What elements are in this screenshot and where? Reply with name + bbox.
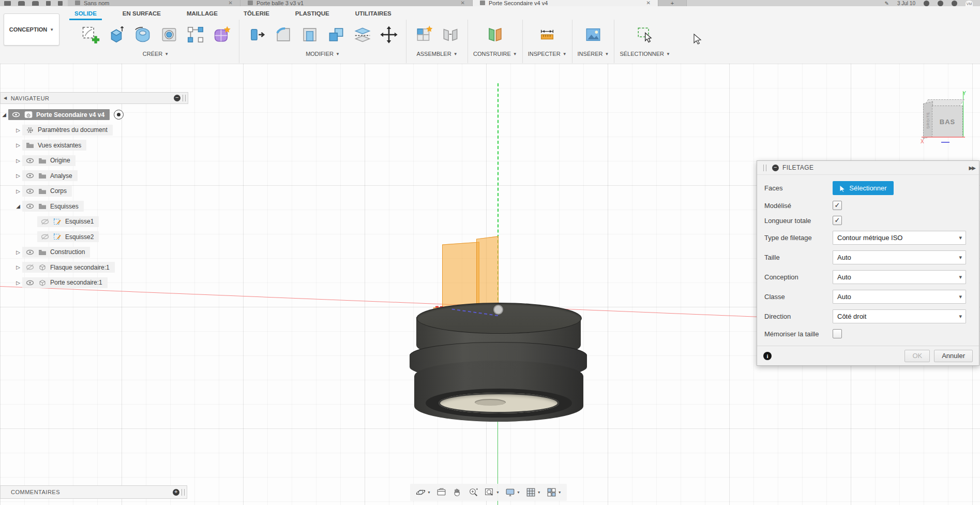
tree-item-vues[interactable]: ▷ Vues existantes	[0, 138, 191, 153]
select-button[interactable]	[633, 21, 657, 48]
tree-item-parametres[interactable]: ▷ Paramètres du document	[0, 123, 191, 138]
type-filetage-dropdown[interactable]: Contour métrique ISO	[833, 231, 966, 245]
expand-arrow-icon[interactable]: ▷	[14, 249, 22, 255]
split-body-button[interactable]	[350, 21, 374, 48]
taille-dropdown[interactable]: Auto	[833, 250, 966, 264]
expand-arrow-icon[interactable]: ▷	[14, 173, 22, 179]
user-avatar[interactable]: VM	[966, 1, 973, 6]
fillet-button[interactable]	[271, 21, 295, 48]
eye-icon[interactable]	[25, 202, 34, 210]
classe-dropdown[interactable]: Auto	[833, 290, 966, 304]
navigator-grip[interactable]	[183, 95, 186, 101]
viewcube-front-face[interactable]: BAS	[932, 106, 963, 138]
combine-button[interactable]	[324, 21, 348, 48]
group-label-assembler[interactable]: ASSEMBLER▼	[416, 51, 457, 57]
close-tab-icon[interactable]: ✕	[646, 0, 651, 6]
tree-item-esquisses[interactable]: ◢ Esquisses	[0, 199, 191, 214]
expand-arrow-icon[interactable]: ▷	[14, 264, 22, 270]
revolve-button[interactable]	[130, 21, 155, 48]
tab-solide[interactable]: SOLIDE	[72, 9, 99, 19]
joint-button[interactable]	[438, 21, 462, 48]
hole-button[interactable]	[157, 21, 181, 48]
help-icon[interactable]	[952, 1, 957, 6]
save-icon[interactable]	[32, 1, 39, 6]
longueur-totale-checkbox[interactable]	[833, 216, 842, 225]
eye-hidden-icon[interactable]	[40, 233, 49, 241]
dialog-header[interactable]: − FILETAGE ▶▶	[757, 161, 979, 175]
tab-maillage[interactable]: MAILLAGE	[185, 9, 220, 19]
doc-tab-porte-balle[interactable]: Porte balle 3 v3 v1 ✕	[240, 0, 473, 6]
ok-button[interactable]: OK	[904, 350, 930, 362]
job-status-icon[interactable]	[924, 1, 929, 6]
doc-tab-sans-nom[interactable]: Sans nom ✕	[68, 0, 240, 6]
close-tab-icon[interactable]: ✕	[461, 0, 465, 6]
group-label-creer[interactable]: CRÉER▼	[143, 51, 169, 57]
comments-grip[interactable]	[182, 489, 185, 496]
move-button[interactable]	[376, 21, 401, 48]
group-label-construire[interactable]: CONSTRUIRE▼	[473, 51, 517, 57]
rectangular-pattern-button[interactable]	[183, 21, 207, 48]
insert-image-button[interactable]	[581, 21, 605, 48]
tree-item-construction[interactable]: ▷ Construction	[0, 245, 191, 260]
app-grid-icon[interactable]	[4, 1, 11, 6]
eye-icon[interactable]	[25, 157, 34, 165]
eye-hidden-icon[interactable]	[25, 263, 34, 271]
tree-item-root[interactable]: ◢ Porte Secondaire v4 v4	[0, 107, 191, 123]
pan-button[interactable]	[450, 486, 465, 499]
3d-viewport[interactable]: Y DROITE BAS X ◀ NAVIGATEUR − ◢ Porte Se…	[0, 64, 980, 505]
tree-item-origine[interactable]: ▷ Origine	[0, 153, 191, 169]
comments-expand-icon[interactable]: +	[173, 489, 179, 496]
collapse-left-icon[interactable]: ◀	[4, 96, 7, 100]
tab-utilitaires[interactable]: UTILITAIRES	[353, 9, 394, 19]
select-faces-button[interactable]: Sélectionner	[833, 181, 894, 195]
expand-arrow-icon[interactable]: ◢	[14, 203, 22, 209]
undo-icon[interactable]	[46, 1, 51, 6]
group-label-selectionner[interactable]: SÉLECTIONNER▼	[620, 51, 670, 57]
annuler-button[interactable]: Annuler	[934, 350, 973, 362]
shell-button[interactable]	[297, 21, 322, 48]
tree-item-esquisse1[interactable]: Esquisse1	[0, 214, 191, 230]
view-cube[interactable]: Y DROITE BAS X	[922, 92, 971, 149]
zoom-button[interactable]	[466, 486, 481, 499]
press-pull-button[interactable]	[245, 21, 269, 48]
expand-arrow-icon[interactable]: ▷	[14, 158, 22, 164]
modelise-checkbox[interactable]	[833, 201, 842, 210]
file-icon[interactable]	[18, 1, 25, 6]
navigator-collapse-icon[interactable]: −	[174, 95, 180, 101]
tree-item-corps[interactable]: ▷ Corps	[0, 184, 191, 199]
group-label-inspecter[interactable]: INSPECTER▼	[528, 51, 567, 57]
new-component-button[interactable]	[412, 21, 436, 48]
eye-icon[interactable]	[25, 187, 34, 195]
create-form-button[interactable]	[209, 21, 234, 48]
doc-tab-porte-secondaire[interactable]: Porte Secondaire v4 v4 ✕	[473, 0, 658, 6]
notifications-bell-icon[interactable]	[938, 1, 943, 6]
expand-arrow-icon[interactable]: ◢	[0, 112, 8, 117]
sketch-plane-right[interactable]	[476, 236, 499, 310]
model-inner-recess[interactable]	[475, 399, 506, 406]
group-label-inserer[interactable]: INSÉRER▼	[578, 51, 609, 57]
expand-arrow-icon[interactable]: ▷	[14, 142, 22, 148]
close-tab-icon[interactable]: ✕	[229, 0, 233, 6]
measure-button[interactable]	[535, 21, 560, 48]
dialog-dock-icon[interactable]: ▶▶	[969, 165, 975, 171]
eye-hidden-icon[interactable]	[40, 218, 49, 226]
tab-tolerie[interactable]: TÔLERIE	[242, 9, 272, 19]
expand-arrow-icon[interactable]: ▷	[14, 127, 22, 133]
tree-item-esquisse2[interactable]: Esquisse2	[0, 229, 191, 245]
eye-icon[interactable]	[25, 279, 34, 287]
construct-plane-button[interactable]	[483, 21, 507, 48]
group-label-modifier[interactable]: MODIFIER▼	[306, 51, 340, 57]
dialog-collapse-icon[interactable]: −	[772, 165, 779, 171]
edit-pencil-icon[interactable]: ✎	[885, 1, 889, 6]
extrude-button[interactable]	[104, 21, 128, 48]
info-icon[interactable]: i	[763, 352, 772, 360]
tree-item-flasque[interactable]: ▷ Flasque secondaire:1	[0, 260, 191, 275]
grid-settings-button[interactable]: ▼	[523, 486, 543, 499]
create-sketch-button[interactable]	[78, 21, 102, 48]
activate-component-radio[interactable]	[114, 110, 124, 120]
conception-dropdown[interactable]: Auto	[833, 270, 966, 284]
eye-icon[interactable]	[11, 111, 20, 118]
fit-button[interactable]: ▼	[482, 486, 502, 499]
workspace-switcher[interactable]: CONCEPTION▼	[4, 13, 59, 46]
origin-point[interactable]	[493, 305, 503, 315]
